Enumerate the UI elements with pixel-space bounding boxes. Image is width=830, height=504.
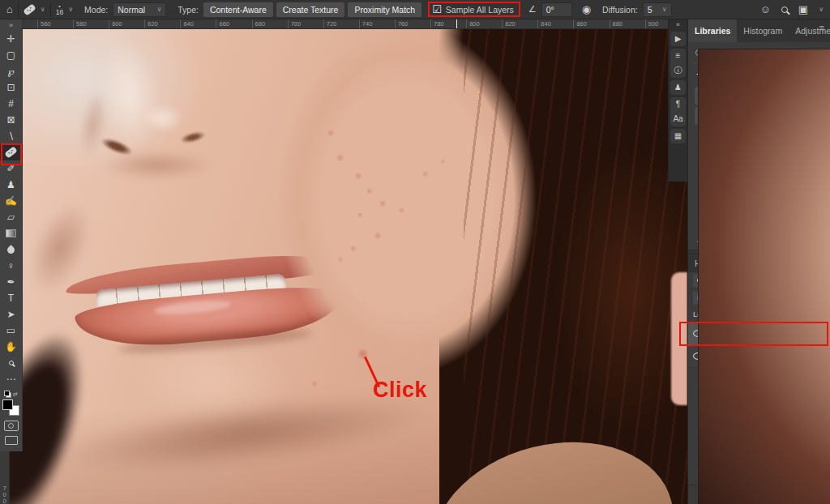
glyphs-panel-icon[interactable]: Aa <box>670 112 686 126</box>
ruler-tick: 680 <box>252 19 288 28</box>
ruler-tick: 840 <box>537 19 573 28</box>
angle-input[interactable]: 0° <box>541 2 572 17</box>
foreground-color-swatch[interactable] <box>2 399 13 410</box>
properties-panel-icon[interactable]: ≡ <box>670 49 686 63</box>
default-colors-icon <box>4 391 11 398</box>
mode-value: Normal <box>118 5 145 15</box>
angle-icon: ∠ <box>528 5 537 14</box>
blemish <box>350 246 357 252</box>
divider <box>18 3 19 16</box>
ruler-horizontal[interactable]: 5605806006206406606807007207407607808008… <box>10 19 668 29</box>
eraser-tool[interactable]: ▱ <box>0 209 23 225</box>
ruler-tick: 800 <box>466 19 502 28</box>
object-selection-tool[interactable]: ⊡ <box>0 79 23 96</box>
dock-icons: ▶ ≡ ⓘ ♟ ¶ Aa ▦ <box>669 29 687 146</box>
path-selection-tool[interactable]: ➤ <box>0 306 23 322</box>
type-create-texture-button[interactable]: Create Texture <box>276 2 345 17</box>
clone-stamp-tool[interactable]: ♟ <box>0 177 23 193</box>
diffusion-label: Diffusion: <box>602 5 638 15</box>
search-icon[interactable] <box>781 6 788 13</box>
swap-colors-icon: ⇄ <box>13 391 18 398</box>
paragraph-panel-icon[interactable]: ¶ <box>670 97 686 112</box>
chevron-down-icon[interactable]: ∨ <box>819 6 824 13</box>
crop-tool[interactable]: # <box>0 96 23 112</box>
zoom-tool[interactable] <box>0 355 23 371</box>
ruler-tick: 760 <box>395 19 430 28</box>
info-panel-icon[interactable]: ⓘ <box>670 63 686 78</box>
click-annotation: Click <box>373 378 427 403</box>
quick-mask-button[interactable] <box>4 421 19 431</box>
share-account-icon[interactable]: ☺ <box>760 4 771 15</box>
spot-healing-brush-icon[interactable] <box>23 3 36 16</box>
blemish <box>327 130 335 137</box>
rectangular-marquee-tool[interactable]: ▢ <box>0 47 23 63</box>
tab-libraries[interactable]: Libraries <box>688 19 737 42</box>
type-content-aware-button[interactable]: Content-Aware <box>203 2 273 17</box>
dodge-tool[interactable]: ♀ <box>0 258 23 274</box>
chevron-down-icon: ∨ <box>156 6 161 13</box>
ruler-tick: 620 <box>144 19 180 28</box>
lasso-tool[interactable]: ℘ <box>0 63 23 79</box>
color-swatches[interactable] <box>2 399 19 416</box>
brush-size-value: 16 <box>56 9 63 16</box>
divider <box>50 3 51 16</box>
type-tool[interactable]: T <box>0 290 23 306</box>
type-proximity-match-button[interactable]: Proximity Match <box>348 2 421 17</box>
home-icon[interactable]: ⌂ <box>6 4 13 15</box>
ruler-tick: 600 <box>109 19 144 28</box>
actions-panel-icon[interactable]: ▶ <box>670 32 686 46</box>
collapse-panels-icon[interactable]: « <box>669 19 687 29</box>
chevron-down-icon[interactable]: ∨ <box>68 6 73 13</box>
diffusion-select[interactable]: 5 ∨ <box>643 2 672 17</box>
edit-toolbar-icon[interactable]: ⋯ <box>0 371 23 387</box>
ruler-tick: 900 <box>645 19 668 28</box>
ruler-tick: 660 <box>216 19 251 28</box>
pen-tool[interactable]: ✒ <box>0 274 23 290</box>
ruler-tick: 560 <box>37 19 73 28</box>
blur-tool[interactable] <box>0 241 23 258</box>
tool-list: ✛ ▢ ℘ ⊡ # ⊠ ∖ ✐ ♟ <box>0 31 23 387</box>
options-bar: ⌂ ∨ • 16 ∨ Mode: Normal ∨ Type: Content-… <box>0 0 830 19</box>
patterns-panel-icon[interactable]: ▦ <box>670 129 686 143</box>
ruler-tick: 780 <box>430 19 466 28</box>
blemish <box>311 381 318 387</box>
chevron-down-icon[interactable]: ∨ <box>41 6 45 13</box>
hair-highlights <box>464 29 687 504</box>
workspace-icon[interactable]: ▣ <box>798 4 808 15</box>
chevron-down-icon: ∨ <box>662 6 667 13</box>
type-label: Type: <box>178 5 199 15</box>
default-colors-widget[interactable]: ⇄ <box>4 391 18 398</box>
topbar-right-icons: ☺ ▣ ∨ <box>760 4 824 15</box>
angle-value: 0° <box>546 5 554 15</box>
panel-menu-icon[interactable]: ≡ <box>814 23 830 32</box>
panel-dock-strip: « ▶ ≡ ⓘ ♟ ¶ Aa ▦ <box>668 19 687 182</box>
rectangle-tool[interactable]: ▭ <box>0 322 23 339</box>
ruler-tick: 860 <box>573 19 609 28</box>
tab-histogram[interactable]: Histogram <box>737 19 789 42</box>
move-tool[interactable]: ✛ <box>0 31 23 47</box>
toolbar-collapse-icon[interactable]: » <box>9 19 13 31</box>
layer-thumbnail-photo[interactable] <box>698 49 830 504</box>
eyedropper-tool[interactable]: ∖ <box>0 128 23 144</box>
panels-column: LibrariesHistogramAdjustments ≡ Search a… <box>687 19 830 504</box>
hand-tool[interactable]: ✋ <box>0 339 23 355</box>
gradient-tool[interactable] <box>0 225 23 241</box>
pen-pressure-icon[interactable]: ◉ <box>582 4 591 15</box>
blemish <box>336 154 344 162</box>
diffusion-value: 5 <box>648 5 652 15</box>
document-canvas[interactable]: Click <box>10 29 687 504</box>
blemish <box>338 257 344 263</box>
mode-select[interactable]: Normal ∨ <box>113 2 166 17</box>
frame-tool[interactable]: ⊠ <box>0 112 23 128</box>
sample-all-layers-checkbox[interactable]: ☑ Sample All Layers <box>428 2 520 17</box>
checkbox-checked-icon: ☑ <box>432 4 442 15</box>
ruler-tick: 640 <box>180 19 216 28</box>
history-brush-tool[interactable]: ✍ <box>0 193 23 209</box>
clone-source-panel-icon[interactable]: ♟ <box>670 80 686 95</box>
blemish <box>355 173 362 180</box>
screen-mode-button[interactable] <box>5 436 18 445</box>
layer-row-background[interactable]: Background <box>688 345 830 368</box>
ruler-cursor-marker <box>456 19 457 29</box>
toolbar: » ✛ ▢ ℘ ⊡ # ⊠ ∖ ✐ <box>0 19 23 451</box>
brush-size-preview[interactable]: • 16 <box>56 3 63 16</box>
